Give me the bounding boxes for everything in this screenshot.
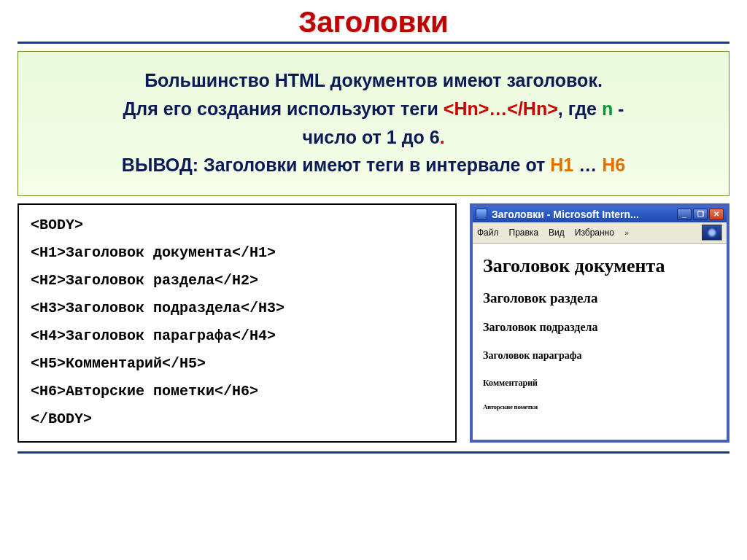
close-button[interactable]: ✕ bbox=[709, 209, 724, 220]
lower-row: <BODY> <H1>Заголовок документа</H1> <H2>… bbox=[18, 203, 729, 443]
browser-title-text: Заголовки - Microsoft Intern... bbox=[492, 209, 673, 220]
window-controls: _ ❐ ✕ bbox=[677, 209, 724, 220]
hero-line2-c: - bbox=[613, 98, 624, 119]
code-line-5: <H4>Заголовок параграфа</H4> bbox=[31, 329, 444, 343]
render-h5: Комментарий bbox=[483, 378, 716, 389]
hero-line3: число от 1 до 6 bbox=[302, 127, 439, 147]
minimize-button[interactable]: _ bbox=[677, 209, 692, 220]
throbber-icon bbox=[702, 225, 722, 241]
code-line-8: </BODY> bbox=[31, 412, 444, 427]
hero-line2-a: Для его создания используют теги bbox=[123, 98, 444, 119]
browser-menubar: Файл Правка Вид Избранно » bbox=[473, 222, 727, 244]
code-line-4: <H3>Заголовок подраздела</H3> bbox=[31, 301, 444, 316]
browser-titlebar[interactable]: Заголовки - Microsoft Intern... _ ❐ ✕ bbox=[473, 206, 727, 222]
hero-explainer: Большинство HTML документов имеют заголо… bbox=[18, 51, 729, 196]
code-panel: <BODY> <H1>Заголовок документа</H1> <H2>… bbox=[18, 203, 457, 443]
browser-content: Заголовок документа Заголовок раздела За… bbox=[473, 244, 727, 440]
hero-h1: H1 bbox=[550, 155, 573, 175]
hero-line2-b: , где bbox=[558, 98, 602, 119]
hero-tag-close: </Hn> bbox=[507, 98, 557, 119]
maximize-button[interactable]: ❐ bbox=[693, 209, 708, 220]
hero-h6: H6 bbox=[602, 155, 625, 175]
hero-line4-a: ВЫВОД: Заголовки имеют теги в интервале … bbox=[122, 155, 550, 175]
hero-ellipsis: … bbox=[489, 98, 507, 119]
menu-favorites[interactable]: Избранно bbox=[575, 228, 614, 238]
hero-dot: . bbox=[440, 127, 445, 147]
ie-icon bbox=[476, 209, 487, 220]
browser-window: Заголовки - Microsoft Intern... _ ❐ ✕ Фа… bbox=[470, 203, 729, 443]
code-line-3: <H2>Заголовок раздела</H2> bbox=[31, 273, 444, 288]
code-line-2: <H1>Заголовок документа</H1> bbox=[31, 246, 444, 260]
menu-file[interactable]: Файл bbox=[477, 228, 499, 238]
render-h2: Заголовок раздела bbox=[483, 290, 716, 306]
code-line-1: <BODY> bbox=[31, 218, 444, 233]
bottom-divider bbox=[18, 451, 729, 454]
code-line-6: <H5>Комментарий</H5> bbox=[31, 357, 444, 371]
render-h4: Заголовок параграфа bbox=[483, 350, 716, 362]
render-h1: Заголовок документа bbox=[483, 255, 716, 277]
hero-to: … bbox=[573, 155, 602, 175]
slide-title: Заголовки bbox=[18, 6, 729, 42]
menu-edit[interactable]: Правка bbox=[509, 228, 539, 238]
menu-view[interactable]: Вид bbox=[549, 228, 565, 238]
render-h3: Заголовок подраздела bbox=[483, 321, 716, 334]
title-divider bbox=[18, 42, 729, 44]
menu-overflow-icon[interactable]: » bbox=[624, 228, 629, 237]
hero-tag-open: <Hn> bbox=[444, 98, 489, 119]
code-line-7: <H6>Авторские пометки</H6> bbox=[31, 384, 444, 399]
hero-n: n bbox=[602, 98, 613, 119]
hero-line1: Большинство HTML документов имеют заголо… bbox=[144, 70, 603, 90]
render-h6: Авторские пометки bbox=[483, 403, 716, 411]
